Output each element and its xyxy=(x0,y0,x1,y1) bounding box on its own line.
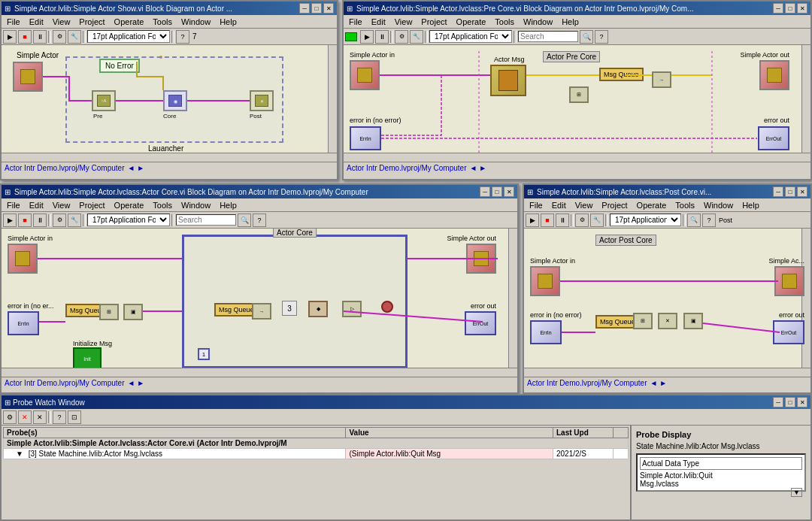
close-btn-1[interactable]: ✕ xyxy=(323,3,334,14)
tb3-1[interactable]: ⚙ xyxy=(53,30,66,44)
probe-scroll-btn[interactable]: ▼ xyxy=(791,488,802,497)
menu-operate-4[interactable]: Operate xyxy=(633,200,671,211)
menu-window-3[interactable]: Window xyxy=(177,200,214,211)
menu-operate-1[interactable]: Operate xyxy=(111,17,148,27)
menu-window-2[interactable]: Window xyxy=(520,17,556,27)
run-btn-2[interactable]: ▶ xyxy=(360,30,374,44)
tb3-3[interactable]: ⚙ xyxy=(53,214,66,227)
minimize-btn-4[interactable]: ─ xyxy=(773,186,783,197)
probe-btn-3[interactable]: ✕ xyxy=(33,410,47,424)
scrollbar-h-4[interactable] xyxy=(524,368,810,377)
menu-view-2[interactable]: View xyxy=(391,17,417,27)
stop-btn-3[interactable]: ■ xyxy=(18,214,32,227)
window-2[interactable]: ⊞ Simple Actor.lvlib:Simple Actor.lvclas… xyxy=(342,0,812,180)
font-select-2[interactable]: 17pt Application Font xyxy=(429,30,512,43)
tb4-1[interactable]: 🔧 xyxy=(68,30,81,44)
probe-btn-1[interactable]: ⚙ xyxy=(3,410,17,424)
font-select-1[interactable]: 17pt Application Font xyxy=(87,30,170,43)
scrollbar-h-2[interactable] xyxy=(344,153,810,162)
scrollbar-h-1[interactable] xyxy=(2,153,337,162)
menu-view-1[interactable]: View xyxy=(49,17,74,27)
menu-view-4[interactable]: View xyxy=(571,200,597,211)
scrollbar-v-1[interactable] xyxy=(328,45,337,162)
status-bar-2[interactable]: Actor Intr Demo.lvproj/My Computer ◄ ► xyxy=(344,162,810,174)
probe-maximize[interactable]: □ xyxy=(785,397,795,407)
minimize-btn-1[interactable]: ─ xyxy=(299,3,310,14)
tb3-2[interactable]: ⚙ xyxy=(395,30,408,44)
search-btn-2[interactable]: 🔍 xyxy=(580,30,593,44)
probe-btn-4[interactable]: ? xyxy=(53,410,66,424)
menu-file-4[interactable]: File xyxy=(526,200,547,211)
menu-file-3[interactable]: File xyxy=(3,200,24,211)
stop-btn-4[interactable]: ■ xyxy=(541,214,554,227)
probe-row-1[interactable]: Simple Actor.lvlib:Simple Actor.lvclass:… xyxy=(4,438,629,449)
search-btn-3[interactable]: 🔍 xyxy=(238,214,251,227)
post-tb-1[interactable]: 🔍 xyxy=(687,214,701,227)
probe-watch-window[interactable]: ⊞ Probe Watch Window ─ □ ✕ ⚙ ✕ ✕ ? ⊡ Pro… xyxy=(0,394,812,521)
menu-edit-4[interactable]: Edit xyxy=(548,200,570,211)
status-bar-4[interactable]: Actor Intr Demo.lvproj/My Computer ◄ ► xyxy=(524,377,810,389)
scrollbar-h-3[interactable] xyxy=(2,368,517,377)
menu-file-2[interactable]: File xyxy=(345,17,366,27)
run-btn-4[interactable]: ▶ xyxy=(526,214,539,227)
probe-close[interactable]: ✕ xyxy=(797,397,807,407)
menu-help-3[interactable]: Help xyxy=(216,200,241,211)
menu-edit-1[interactable]: Edit xyxy=(26,17,47,27)
tb4-4[interactable]: 🔧 xyxy=(590,214,604,227)
help-btn-3[interactable]: ? xyxy=(253,214,266,227)
status-bar-1[interactable]: Actor Intr Demo.lvproj/My Computer ◄ ► xyxy=(2,162,337,174)
menu-tools-1[interactable]: Tools xyxy=(149,17,176,27)
probe-row-2[interactable]: ▼ [3] State Machine.lvlib:Actor Msg.lvcl… xyxy=(4,449,629,459)
status-bar-3[interactable]: Actor Intr Demo.lvproj/My Computer ◄ ► xyxy=(2,377,517,389)
menu-tools-2[interactable]: Tools xyxy=(491,17,518,27)
nav-arrow-2[interactable]: ◄ ► xyxy=(470,164,487,172)
menu-file-1[interactable]: File xyxy=(3,17,24,27)
search-input-2[interactable] xyxy=(518,31,578,42)
menu-project-1[interactable]: Project xyxy=(75,17,108,27)
menu-tools-4[interactable]: Tools xyxy=(671,200,698,211)
menu-edit-2[interactable]: Edit xyxy=(368,17,389,27)
probe-btn-5[interactable]: ⊡ xyxy=(68,410,81,424)
menu-project-3[interactable]: Project xyxy=(75,200,108,211)
nav-arrow-3[interactable]: ◄ ► xyxy=(128,379,145,387)
window-3[interactable]: ⊞ Simple Actor.lvlib:Simple Actor.lvclas… xyxy=(0,183,519,394)
menu-help-1[interactable]: Help xyxy=(216,17,241,27)
scrollbar-v-4[interactable] xyxy=(801,229,810,377)
pause-btn-4[interactable]: ⏸ xyxy=(556,214,569,227)
help-btn-4[interactable]: ? xyxy=(702,214,716,227)
window-1[interactable]: ⊞ Simple Actor.lvlib:Simple Actor Show.v… xyxy=(0,0,338,180)
close-btn-4[interactable]: ✕ xyxy=(797,186,807,197)
menu-help-4[interactable]: Help xyxy=(738,200,763,211)
scrollbar-v-3[interactable] xyxy=(508,229,517,377)
stop-btn-1[interactable]: ■ xyxy=(18,30,32,44)
nav-arrow-4[interactable]: ◄ ► xyxy=(650,379,668,387)
menu-view-3[interactable]: View xyxy=(49,200,74,211)
scrollbar-v-2[interactable] xyxy=(801,45,810,162)
run-btn-3[interactable]: ▶ xyxy=(3,214,17,227)
help-btn-1[interactable]: ? xyxy=(176,30,189,44)
probe-btn-2[interactable]: ✕ xyxy=(18,410,32,424)
maximize-btn-2[interactable]: □ xyxy=(785,3,795,14)
menu-help-2[interactable]: Help xyxy=(558,17,583,27)
menu-edit-3[interactable]: Edit xyxy=(26,200,47,211)
menu-window-1[interactable]: Window xyxy=(177,17,214,27)
minimize-btn-3[interactable]: ─ xyxy=(480,186,490,197)
font-select-4[interactable]: 17pt Application Fo... xyxy=(610,214,681,226)
help-btn-2[interactable]: ? xyxy=(595,30,608,44)
pause-btn-2[interactable]: ⏸ xyxy=(375,30,389,44)
font-select-3[interactable]: 17pt Application Font xyxy=(87,214,170,226)
run-btn-1[interactable]: ▶ xyxy=(3,30,17,44)
close-btn-2[interactable]: ✕ xyxy=(797,3,807,14)
close-btn-3[interactable]: ✕ xyxy=(504,186,514,197)
nav-arrow-1[interactable]: ◄ ► xyxy=(128,164,145,172)
pause-btn-3[interactable]: ⏸ xyxy=(33,214,47,227)
probe-minimize[interactable]: ─ xyxy=(773,397,783,407)
tb4-2[interactable]: 🔧 xyxy=(410,30,423,44)
menu-project-4[interactable]: Project xyxy=(598,200,631,211)
menu-window-4[interactable]: Window xyxy=(700,200,737,211)
window-4[interactable]: ⊞ Simple Actor.lvlib:Simple Actor.lvclas… xyxy=(523,183,812,394)
search-input-3[interactable] xyxy=(176,214,236,226)
pause-btn-1[interactable]: ⏸ xyxy=(33,30,47,44)
menu-operate-3[interactable]: Operate xyxy=(111,200,148,211)
menu-project-2[interactable]: Project xyxy=(417,17,450,27)
